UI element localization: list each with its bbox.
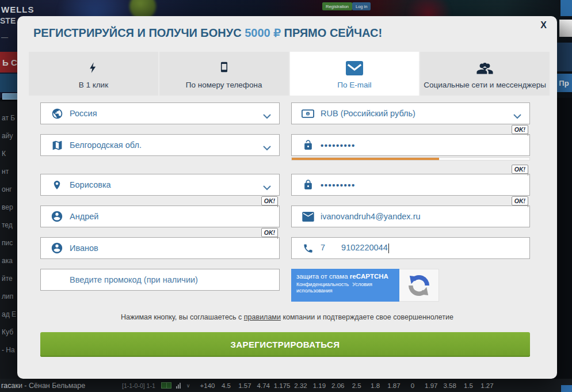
currency-select[interactable]: 0 RUB (Российский рубль): [291, 102, 530, 124]
email-value: ivanovandruh4@yandex.ru: [321, 212, 421, 221]
banknote-icon: 0: [302, 109, 314, 119]
map-icon: [51, 139, 63, 151]
ok-badge: OK!: [261, 228, 278, 237]
stats-icon[interactable]: [176, 383, 181, 389]
password-strength-bar: [291, 157, 530, 161]
last-name-value: Иванов: [70, 243, 98, 253]
odd-value: 2.06: [329, 382, 347, 389]
tab-label: Социальные сети и мессенджеры: [424, 81, 546, 89]
password-strength-fill: [292, 158, 439, 160]
tab-one-click[interactable]: В 1 клик: [29, 52, 158, 96]
monitor-icon: [2, 93, 18, 100]
chevron-down-icon: [263, 182, 271, 193]
country-select[interactable]: Россия: [40, 102, 280, 124]
email-input[interactable]: OK! ivanovandruh4@yandex.ru: [291, 205, 530, 227]
globe-icon: [51, 108, 63, 120]
city-value: Борисовка: [70, 180, 111, 189]
edge-block: [559, 20, 572, 37]
ok-badge: OK!: [512, 125, 528, 134]
tab-label: В 1 клик: [79, 81, 108, 89]
lock-open-icon: [302, 139, 314, 151]
odd-value: 1.87: [384, 382, 403, 389]
phone-value: 79102220044: [321, 243, 389, 253]
tab-social-messengers[interactable]: Социальные сети и мессенджеры: [420, 52, 550, 96]
location-pin-icon: [51, 179, 63, 191]
edge-block: [561, 385, 572, 392]
promo-edge-button[interactable]: Пр: [556, 74, 572, 92]
phone-icon: [302, 243, 314, 254]
banner-text-fragment: WELLS: [1, 5, 35, 14]
envelope-icon: [302, 212, 314, 222]
odd-value: 1.19: [310, 382, 329, 389]
password-repeat-masked-value: •••••••••: [321, 180, 356, 190]
chevron-down-icon: [263, 111, 271, 121]
registration-tabs: В 1 клик По номеру телефона По E-mail Со…: [29, 52, 550, 96]
phone-input[interactable]: 79102220044: [291, 237, 530, 259]
region-select[interactable]: Белгородская обл.: [40, 134, 280, 156]
lightning-icon: [87, 58, 99, 75]
first-name-input[interactable]: OK! Андрей: [40, 205, 280, 227]
country-value: Россия: [70, 109, 97, 118]
odd-value: 1.57: [235, 382, 254, 389]
phone-country-code: 7: [321, 243, 325, 252]
tab-label: По E-mail: [337, 81, 371, 89]
first-name-value: Андрей: [70, 212, 98, 221]
recaptcha-label: защита от спама: [296, 273, 350, 280]
recaptcha-brand: reCAPTCHA: [350, 273, 388, 280]
odd-value: 3.58: [440, 382, 459, 389]
odd-value: 1.5: [459, 382, 478, 389]
ok-badge: OK!: [261, 196, 278, 205]
recaptcha-widget[interactable]: защита от спама reCAPTCHA Конфиденциальн…: [291, 269, 439, 302]
login-button[interactable]: Log in: [352, 2, 371, 10]
lock-icon: [302, 178, 314, 191]
match-score: [1-1-0-0] 1-1: [122, 382, 155, 389]
recaptcha-logo-icon: [399, 269, 439, 302]
registration-modal: X РЕГИСТРИРУЙСЯ И ПОЛУЧИ БОНУС 5000 ₽ ПР…: [17, 16, 557, 379]
tab-email[interactable]: По E-mail: [290, 52, 420, 96]
odd-value: 0: [403, 382, 422, 389]
promo-code-input[interactable]: Введите промокод (при наличии): [40, 269, 280, 291]
recaptcha-text-panel: защита от спама reCAPTCHA Конфиденциальн…: [291, 269, 399, 302]
agreement-note: Нажимая кнопку, вы соглашаетесь с правил…: [17, 313, 557, 321]
user-icon: [51, 242, 63, 254]
registration-button[interactable]: Registration: [322, 2, 352, 10]
match-name: гасаки - Сёнан Бельмаре: [0, 382, 113, 390]
tab-label: По номеру телефона: [186, 81, 262, 89]
password-repeat-input[interactable]: OK! •••••••••: [291, 174, 530, 196]
odd-value: 1.27: [478, 382, 496, 389]
banner-text-fragment: STE: [0, 16, 16, 25]
register-button[interactable]: ЗАРЕГИСТРИРОВАТЬСЯ: [40, 332, 530, 357]
title-bonus-amount: 5000 ₽: [245, 26, 281, 39]
edge-block: [560, 0, 572, 16]
region-value: Белгородская обл.: [70, 140, 142, 150]
screen: WELLS STE — Registration Log in Ь С ат Б…: [0, 0, 572, 392]
odd-value: 4.74: [254, 382, 273, 389]
modal-title: РЕГИСТРИРУЙСЯ И ПОЛУЧИ БОНУС 5000 ₽ ПРЯМ…: [33, 26, 382, 40]
agreement-text: Нажимая кнопку, вы соглашаетесь с: [121, 313, 244, 321]
text-caret: [388, 243, 390, 253]
envelope-icon: [346, 58, 363, 75]
odd-value: 2.32: [291, 382, 310, 389]
tab-phone-number[interactable]: По номеру телефона: [159, 52, 289, 96]
agreement-text: компании и подтверждаете свое совершенно…: [281, 313, 453, 321]
smartphone-icon: [219, 58, 230, 75]
password-masked-value: •••••••••: [321, 140, 356, 150]
recaptcha-privacy-link[interactable]: Конфиденциальность: [296, 281, 349, 287]
phone-number: 9102220044: [341, 243, 388, 252]
chevron-down-icon[interactable]: ∨: [186, 383, 190, 389]
password-input[interactable]: OK! •••••••••: [291, 134, 530, 156]
rules-link[interactable]: правилами: [244, 313, 281, 321]
odd-value: +140: [198, 382, 216, 389]
odds-table-row[interactable]: гасаки - Сёнан Бельмаре [1-1-0-0] 1-1 ∨ …: [0, 379, 572, 392]
city-select[interactable]: Борисовка: [40, 174, 280, 196]
close-icon[interactable]: X: [540, 20, 547, 31]
edge-block: [557, 43, 572, 71]
last-name-input[interactable]: OK! Иванов: [40, 237, 280, 259]
promo-placeholder: Введите промокод (при наличии): [70, 275, 198, 284]
odds-values[interactable]: +1404.51.574.741.1752.321.192.062.51.81.…: [198, 382, 496, 389]
odd-value: 1.175: [273, 382, 291, 389]
banner-text-fragment: —: [1, 33, 8, 41]
chevron-down-icon: [263, 143, 271, 153]
pitch-icon: [161, 382, 171, 389]
currency-value: RUB (Российский рубль): [321, 109, 415, 118]
